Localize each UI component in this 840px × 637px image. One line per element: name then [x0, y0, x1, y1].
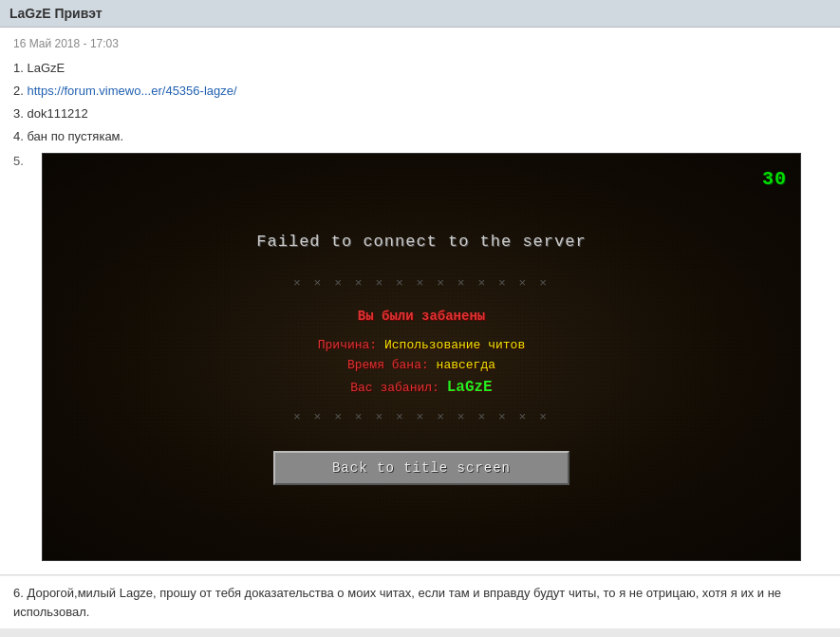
post-item-6: 6. Дорогой,милый Lagze, прошу от тебя до…: [0, 575, 840, 628]
item-1-num: 1.: [13, 61, 24, 75]
mc-banned-by-label: Вас забанил:: [350, 381, 439, 395]
item-6-text: Дорогой,милый Lagze, прошу от тебя доказ…: [13, 586, 781, 619]
item-3-text: dok111212: [27, 106, 87, 121]
post-item-1: 1. LaGzE: [13, 58, 827, 79]
mc-banned-by-value: LaGzE: [447, 379, 493, 396]
post-area: 16 Май 2018 - 17:03 1. LaGzE 2. https://…: [0, 28, 840, 575]
mc-button-wrapper: Back to title screen: [273, 451, 569, 485]
page-wrapper: LaGzE Привэт 16 Май 2018 - 17:03 1. LaGz…: [0, 0, 840, 628]
mc-reason-block: Причина: Использование читов Время бана:…: [318, 336, 525, 400]
item-4-num: 4.: [13, 129, 24, 143]
mc-failed-title: Failed to connect to the server: [256, 229, 586, 256]
post-meta: 16 Май 2018 - 17:03: [13, 37, 827, 50]
mc-separator-top: × × × × × × × × × × × × ×: [293, 273, 550, 294]
mc-reason-line: Причина: Использование читов: [318, 336, 525, 356]
page-title: LaGzE Привэт: [9, 6, 103, 21]
mc-dialog: Failed to connect to the server × × × × …: [256, 229, 586, 485]
post-content: 1. LaGzE 2. https://forum.vimewo...er/45…: [13, 58, 827, 565]
item-5-num: 5.: [13, 149, 42, 172]
mc-banned-by-line: Вас забанил: LaGzE: [318, 376, 525, 401]
item-1-text: LaGzE: [27, 61, 65, 75]
post-item-3: 3. dok111212: [13, 103, 827, 124]
minecraft-screenshot: 30 Failed to connect to the server × × ×…: [42, 153, 801, 561]
mc-reason-label: Причина:: [318, 338, 377, 352]
item-5-content: 30 Failed to connect to the server × × ×…: [42, 149, 827, 565]
item-3-num: 3.: [13, 106, 24, 121]
item-2-num: 2.: [13, 84, 24, 98]
mc-reason-value: Использование читов: [384, 338, 525, 352]
mc-time-line: Время бана: навсегда: [318, 356, 525, 376]
post-item-4: 4. бан по пустякам.: [13, 126, 827, 147]
mc-separator-bottom: × × × × × × × × × × × × ×: [293, 407, 550, 428]
post-item-2: 2. https://forum.vimewo...er/45356-lagze…: [13, 81, 827, 102]
mc-counter: 30: [762, 163, 787, 196]
title-bar: LaGzE Привэт: [0, 0, 840, 28]
post-item-5-row: 5. 30 Failed to connect to the server × …: [13, 149, 827, 565]
mc-banned-text: Вы были забанены: [358, 306, 485, 328]
forum-link[interactable]: https://forum.vimewo...er/45356-lagze/: [27, 84, 236, 98]
item-4-text: бан по пустякам.: [27, 129, 123, 143]
back-to-title-button[interactable]: Back to title screen: [273, 451, 569, 485]
mc-time-label: Время бана:: [347, 358, 429, 372]
mc-time-value: навсегда: [437, 358, 495, 372]
item-6-num: 6.: [13, 586, 24, 600]
